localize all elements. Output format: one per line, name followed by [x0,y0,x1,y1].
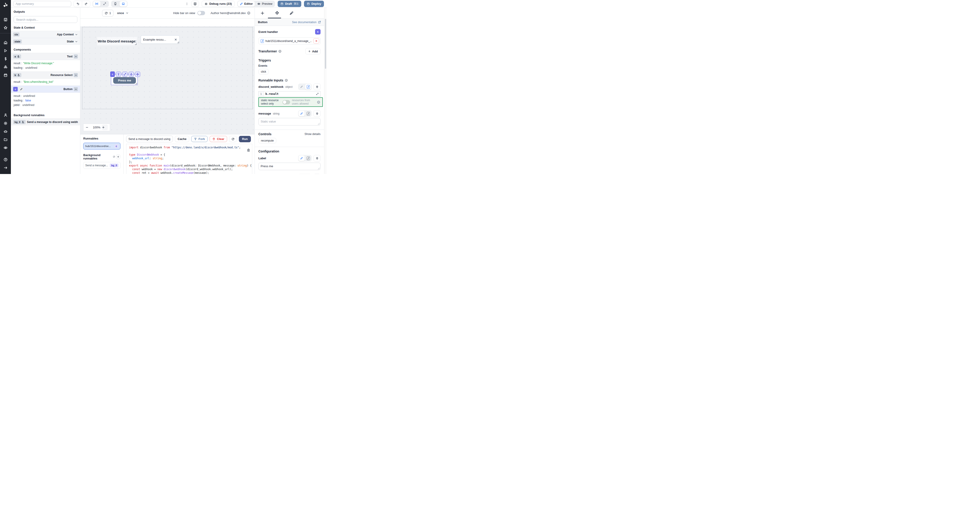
add-transformer-button[interactable]: Add [305,48,321,54]
center-layout-button[interactable] [93,1,100,6]
expand-component-icon[interactable] [122,72,127,77]
static-mode-pencil-icon[interactable] [299,111,305,116]
remove-runnable-x-icon[interactable] [313,38,319,43]
folders-icon[interactable] [0,135,11,143]
tab-settings-component-icon[interactable] [274,11,280,15]
eval-mode-function-icon[interactable]: ƒ [305,84,311,90]
home-icon[interactable] [0,38,11,46]
recompute-pill[interactable]: recompute [258,138,276,143]
scrollbar-thumb[interactable] [325,19,326,69]
draft-button[interactable]: Draft ⌘S [278,1,301,7]
fullscreen-layout-button[interactable] [101,1,108,6]
copy-code-icon[interactable] [247,149,250,152]
message-static-value-input[interactable] [258,118,321,126]
collapse-rail-icon[interactable] [0,164,11,172]
resize-handle[interactable] [135,43,137,45]
canvas-resource-select-component[interactable]: Example resou... [141,35,180,44]
clear-selection-x-icon[interactable] [174,38,177,41]
hide-bar-toggle[interactable] [197,11,205,15]
runs-play-icon[interactable] [0,46,11,55]
background-runnable-item[interactable]: Send a message... bg_0 [83,162,121,169]
app-canvas[interactable]: Write Discord message: Example resou... … [80,26,255,134]
redo-button[interactable] [82,1,90,7]
output-row-ctx[interactable]: ctx App Context [11,31,80,38]
component-row-a[interactable]: a Text [11,53,80,60]
resize-handle[interactable] [177,41,179,43]
rename-pencil-icon[interactable] [19,87,24,91]
dock-bottom-icon[interactable] [116,72,121,77]
favorites-star-icon[interactable] [0,24,11,32]
press-me-button[interactable]: Press me [113,77,136,84]
run-button[interactable]: Run [239,136,251,142]
chevron-down-icon[interactable] [75,40,78,43]
zoom-in-button[interactable] [102,124,108,130]
undo-button[interactable] [74,1,82,7]
collapse-chevron-icon[interactable] [74,54,78,59]
workspace-icon[interactable] [0,16,11,24]
eval-mode-function-icon[interactable]: ƒ [305,111,311,116]
static-mode-pencil-icon[interactable] [299,155,305,161]
info-icon[interactable] [285,79,288,82]
resources-cubes-icon[interactable] [0,63,11,71]
resources-from-users-toggle[interactable] [282,100,290,104]
static-mode-pencil-icon[interactable] [299,84,305,90]
selected-button-component[interactable]: c Press me [111,74,138,85]
deploy-button[interactable]: Deploy [304,1,324,7]
info-icon[interactable] [278,50,282,53]
anchor-icon[interactable] [129,72,134,77]
event-click-pill[interactable]: click [258,69,269,75]
search-outputs-input[interactable] [14,16,77,23]
label-value-input[interactable]: Press me [258,163,321,170]
script-name-input[interactable] [126,136,173,142]
app-summary-input[interactable] [13,1,71,7]
chevron-down-icon[interactable] [75,33,78,36]
schedule-select[interactable]: once [117,11,129,15]
users-icon[interactable] [0,111,11,119]
schedules-calendar-icon[interactable] [0,71,11,79]
background-runnable-row[interactable]: bg_0 Send a message to discord using web… [11,118,80,126]
collapse-chevron-icon[interactable] [74,73,78,77]
canvas-text-component[interactable]: Write Discord message: [97,37,137,45]
more-menu-kebab-icon[interactable] [185,2,189,6]
connect-plug-icon[interactable] [313,83,321,90]
event-handler-runnable[interactable]: ƒ hub/1511/discord/send_a_message_... [258,37,321,45]
code-editor[interactable]: import discordwebhook from "https://deno… [126,144,252,174]
selected-runnable[interactable]: hub/1511/discord/se... c [83,143,121,150]
cache-button[interactable]: Cache [175,136,189,142]
show-details-link[interactable]: Show details [304,132,321,136]
resize-handle[interactable] [135,83,137,84]
connect-plug-icon[interactable] [313,155,321,162]
zoom-out-button[interactable] [86,124,91,130]
expand-editor-icon[interactable] [316,92,320,95]
tab-styling-brush-icon[interactable] [289,11,294,15]
info-icon[interactable] [317,100,320,104]
eval-mode-function-icon[interactable]: ƒ [305,155,311,161]
fork-button[interactable]: Fork [191,136,208,142]
tab-insert-plus-icon[interactable] [260,11,265,15]
mobile-view-button[interactable] [111,1,119,6]
workers-robot-icon[interactable] [0,127,11,135]
debug-runs-button[interactable]: Debug runs (23) [202,1,235,7]
tab-preview[interactable]: Preview [255,1,274,6]
info-icon[interactable] [247,11,250,15]
desktop-view-button[interactable] [119,1,127,6]
move-icon[interactable] [135,72,140,77]
docs-book-button[interactable] [191,1,199,7]
discord-webhook-expression[interactable]: 1 b.result [258,91,321,97]
see-documentation-link[interactable]: See documentation [292,21,321,24]
variables-dollar-icon[interactable] [0,55,11,63]
help-icon[interactable] [0,155,11,164]
component-row-b[interactable]: b Resource Select [11,72,80,78]
collapse-chevron-icon[interactable] [74,87,78,91]
windmill-logo-icon[interactable] [3,2,8,9]
audit-eye-icon[interactable] [0,143,11,152]
refresh-count-button[interactable]: 1 [102,10,113,17]
add-background-runnable-button[interactable] [116,154,121,159]
tab-editor[interactable]: Editor [238,1,255,6]
window-scrollbar[interactable] [324,8,327,174]
refresh-script-button[interactable] [229,136,237,142]
settings-gear-icon[interactable] [0,119,11,127]
connect-plug-icon[interactable] [313,110,321,117]
output-row-state[interactable]: state State [11,38,80,45]
clear-button[interactable]: Clear [210,136,227,142]
